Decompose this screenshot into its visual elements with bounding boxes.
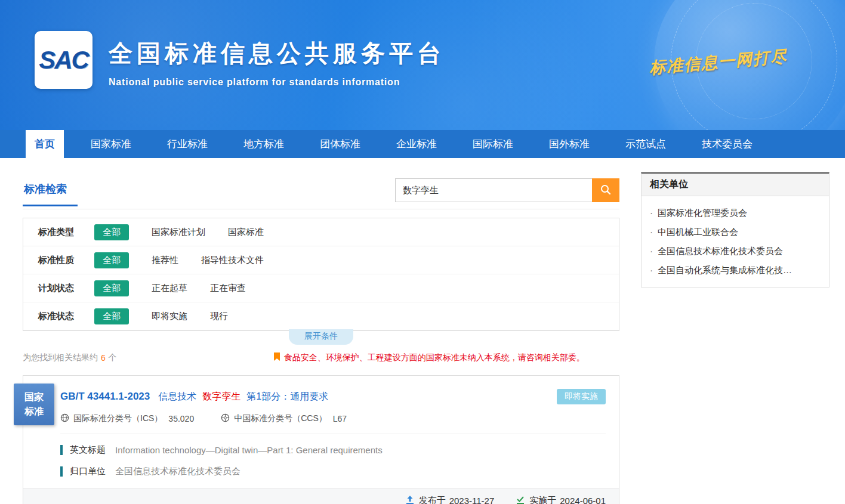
sidebar-item-automation-committee[interactable]: 全国自动化系统与集成标准化技…	[642, 257, 829, 276]
ics-group: 国际标准分类号（ICS） 35.020	[60, 413, 194, 424]
filter-row-standard-status: 标准状态 全部 即将实施 现行	[23, 302, 619, 330]
search-box	[395, 178, 619, 202]
check-icon	[516, 495, 529, 504]
upload-icon	[405, 495, 419, 504]
filter-all-button[interactable]: 全部	[94, 252, 129, 268]
filter-option[interactable]: 现行	[210, 311, 228, 322]
related-units-list: 国家标准化管理委员会 中国机械工业联合会 全国信息技术标准化技术委员会 全国自动…	[642, 196, 829, 287]
notice-text: 食品安全、环境保护、工程建设方面的国家标准未纳入本系统，请咨询相关部委。	[284, 353, 585, 363]
filter-option[interactable]: 正在审查	[210, 283, 246, 294]
compass-icon	[221, 413, 234, 424]
nav-item-international-standards[interactable]: 国际标准	[464, 130, 522, 158]
filter-row-standard-type: 标准类型 全部 国家标准计划 国家标准	[23, 218, 619, 246]
nav-item-technical-committee[interactable]: 技术委员会	[693, 130, 761, 158]
committee-row: 归口单位 全国信息技术标准化技术委员会	[23, 466, 619, 477]
filter-option[interactable]: 推荐性	[152, 255, 178, 266]
search-input[interactable]	[395, 178, 592, 202]
filter-row-plan-status: 计划状态 全部 正在起草 正在审查	[23, 274, 619, 302]
publish-date-item: 发布于 2023-11-27	[405, 495, 495, 504]
filter-label: 计划状态	[38, 283, 86, 294]
teal-bar	[60, 466, 63, 477]
filter-option[interactable]: 指导性技术文件	[201, 255, 264, 266]
committee-label: 归口单位	[70, 466, 106, 477]
filter-label: 标准类型	[38, 227, 86, 238]
search-icon	[600, 184, 612, 197]
card-meta-row: 国际标准分类号（ICS） 35.020 中国标准分类号（CCS） L67	[60, 413, 606, 434]
filter-option[interactable]: 即将实施	[152, 311, 187, 322]
filter-all-button[interactable]: 全部	[94, 224, 129, 240]
result-info-row: 为您找到相关结果约 6 个 食品安全、环境保护、工程建设方面的国家标准未纳入本系…	[23, 353, 619, 363]
status-badge: 即将实施	[557, 389, 606, 404]
implement-date: 2024-06-01	[560, 496, 606, 504]
filter-option[interactable]: 国家标准	[228, 227, 264, 238]
filter-label: 标准状态	[38, 311, 86, 322]
national-standard-badge: 国家 标准	[14, 384, 54, 425]
teal-bar	[60, 445, 63, 455]
sidebar-item-it-standards-committee[interactable]: 全国信息技术标准化技术委员会	[642, 238, 829, 257]
flag-icon	[273, 353, 284, 363]
publish-label: 发布于	[419, 495, 446, 504]
sidebar-item-machinery-federation[interactable]: 中国机械工业联合会	[642, 219, 829, 238]
main-column: 标准检索 标准类型 全部 国家标准计划 国家标准 标准性质 全部 推荐性	[23, 172, 619, 504]
filter-option[interactable]: 国家标准计划	[152, 227, 205, 238]
card-title-row: GB/T 43441.1-2023 信息技术 数字孪生 第1部分：通用要求 即将…	[60, 389, 606, 404]
nav-item-group-standards[interactable]: 团体标准	[311, 130, 369, 158]
card-header: GB/T 43441.1-2023 信息技术 数字孪生 第1部分：通用要求 即将…	[23, 376, 619, 434]
badge-line1: 国家	[24, 390, 44, 404]
card-footer: 发布于 2023-11-27 实施于 2024-06-01	[23, 488, 619, 504]
nav-item-enterprise-standards[interactable]: 企业标准	[387, 130, 446, 158]
english-title-label: 英文标题	[70, 444, 106, 456]
standard-result-card: 国家 标准 GB/T 43441.1-2023 信息技术 数字孪生 第1部分：通…	[23, 375, 619, 504]
tab-standard-search[interactable]: 标准检索	[23, 172, 78, 206]
standard-title-pre[interactable]: 信息技术	[158, 391, 196, 403]
site-title-block: 全国标准信息公共服务平台 National public service pla…	[109, 37, 445, 88]
filter-label: 标准性质	[38, 255, 86, 266]
related-units-title: 相关单位	[642, 174, 829, 196]
notice-row: 食品安全、环境保护、工程建设方面的国家标准未纳入本系统，请咨询相关部委。	[273, 353, 585, 363]
filter-option[interactable]: 正在起草	[152, 283, 187, 294]
committee-value: 全国信息技术标准化技术委员会	[115, 466, 240, 477]
ics-value: 35.020	[168, 414, 194, 423]
result-count: 6	[101, 353, 106, 363]
english-title-value: Information technology—Digital twin—Part…	[115, 445, 383, 455]
filter-panel: 标准类型 全部 国家标准计划 国家标准 标准性质 全部 推荐性 指导性技术文件 …	[23, 218, 619, 331]
implement-label: 实施于	[529, 495, 556, 504]
main-nav: 首页 国家标准 行业标准 地方标准 团体标准 企业标准 国际标准 国外标准 示范…	[0, 130, 845, 158]
site-title: 全国标准信息公共服务平台	[109, 37, 445, 70]
badge-line2: 标准	[24, 404, 44, 419]
nav-item-national-standards[interactable]: 国家标准	[82, 130, 140, 158]
nav-item-local-standards[interactable]: 地方标准	[235, 130, 293, 158]
nav-item-pilot[interactable]: 示范试点	[616, 130, 675, 158]
result-count-suffix: 个	[109, 353, 117, 363]
nav-item-foreign-standards[interactable]: 国外标准	[540, 130, 599, 158]
filter-all-button[interactable]: 全部	[94, 280, 129, 296]
search-row: 标准检索	[23, 172, 619, 209]
ccs-group: 中国标准分类号（CCS） L67	[221, 413, 347, 424]
standard-code-link[interactable]: GB/T 43441.1-2023	[60, 391, 150, 403]
result-count-prefix: 为您找到相关结果约	[23, 353, 98, 363]
sac-logo-text: SAC	[39, 46, 88, 75]
sac-logo[interactable]: SAC	[35, 31, 92, 89]
sidebar-item-sac[interactable]: 国家标准化管理委员会	[642, 200, 829, 219]
related-units-panel: 相关单位 国家标准化管理委员会 中国机械工业联合会 全国信息技术标准化技术委员会…	[641, 172, 829, 287]
filter-all-button[interactable]: 全部	[94, 308, 129, 324]
implement-date-item: 实施于 2024-06-01	[516, 495, 606, 504]
site-subtitle: National public service platform for sta…	[109, 77, 445, 88]
filter-row-standard-nature: 标准性质 全部 推荐性 指导性技术文件	[23, 246, 619, 274]
publish-date: 2023-11-27	[449, 496, 495, 504]
ics-label: 国际标准分类号（ICS）	[73, 413, 162, 424]
site-header: SAC 全国标准信息公共服务平台 National public service…	[0, 0, 845, 130]
globe-icon	[60, 413, 73, 424]
standard-title-keyword[interactable]: 数字孪生	[202, 391, 240, 403]
standard-title-post[interactable]: 第1部分：通用要求	[246, 391, 328, 403]
english-title-row: 英文标题 Information technology—Digital twin…	[23, 444, 619, 456]
search-button[interactable]	[592, 178, 619, 202]
expand-conditions-button[interactable]: 展开条件	[289, 329, 353, 345]
ccs-value: L67	[333, 414, 347, 423]
nav-item-industry-standards[interactable]: 行业标准	[158, 130, 217, 158]
content-area: 标准检索 标准类型 全部 国家标准计划 国家标准 标准性质 全部 推荐性	[0, 158, 845, 504]
nav-item-home[interactable]: 首页	[26, 130, 64, 158]
ccs-label: 中国标准分类号（CCS）	[234, 413, 327, 424]
